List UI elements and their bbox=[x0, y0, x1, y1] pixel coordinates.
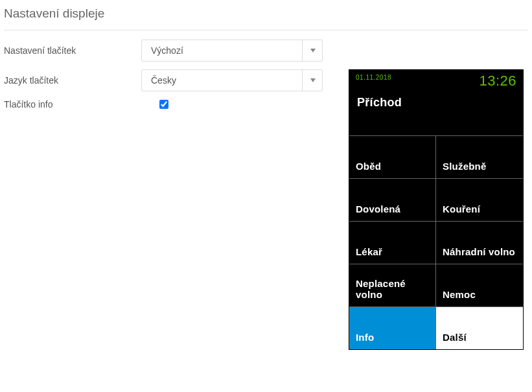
form-column: Nastavení tlačítek Výchozí Jazyk tlačíte… bbox=[4, 40, 323, 117]
row-info-button: Tlačítko info bbox=[4, 99, 323, 110]
device-time: 13:26 bbox=[479, 74, 516, 88]
device-button-dovolena[interactable]: Dovolená bbox=[349, 178, 436, 221]
select-button-setting-value: Výchozí bbox=[151, 45, 183, 56]
section-title: Nastavení displeje bbox=[4, 4, 528, 30]
row-language: Jazyk tlačítek Česky bbox=[4, 69, 323, 91]
device-grid: Oběd Služebně Dovolená Kouření Lékař Náh… bbox=[349, 135, 523, 349]
label-info-button: Tlačítko info bbox=[4, 99, 141, 110]
device-main-button[interactable]: Příchod bbox=[349, 89, 523, 135]
device-button-obed[interactable]: Oběd bbox=[349, 135, 436, 178]
device-button-koureni[interactable]: Kouření bbox=[436, 178, 523, 221]
preview-column: 01.11.2018 13:26 Příchod Oběd Služebně D… bbox=[349, 69, 524, 350]
layout: Nastavení tlačítek Výchozí Jazyk tlačíte… bbox=[4, 40, 528, 350]
device-button-nemoc[interactable]: Nemoc bbox=[436, 264, 523, 306]
label-language: Jazyk tlačítek bbox=[4, 75, 141, 86]
device-header: 01.11.2018 13:26 bbox=[349, 70, 523, 89]
device-button-nahradni-volno[interactable]: Náhradní volno bbox=[436, 221, 523, 264]
device-preview: 01.11.2018 13:26 Příchod Oběd Služebně D… bbox=[349, 69, 524, 350]
select-language-value: Česky bbox=[151, 75, 176, 86]
device-date: 01.11.2018 bbox=[356, 74, 391, 81]
device-button-dalsi[interactable]: Další bbox=[436, 306, 523, 349]
select-language[interactable]: Česky bbox=[141, 69, 323, 91]
select-button-setting[interactable]: Výchozí bbox=[141, 40, 323, 62]
checkbox-info-button[interactable] bbox=[159, 100, 168, 109]
device-button-info[interactable]: Info bbox=[349, 306, 436, 349]
label-button-setting: Nastavení tlačítek bbox=[4, 45, 141, 56]
row-button-setting: Nastavení tlačítek Výchozí bbox=[4, 40, 323, 62]
device-button-neplacene-volno[interactable]: Neplacené volno bbox=[349, 264, 436, 306]
device-button-sluzebne[interactable]: Služebně bbox=[436, 135, 523, 178]
device-button-lekar[interactable]: Lékař bbox=[349, 221, 436, 264]
